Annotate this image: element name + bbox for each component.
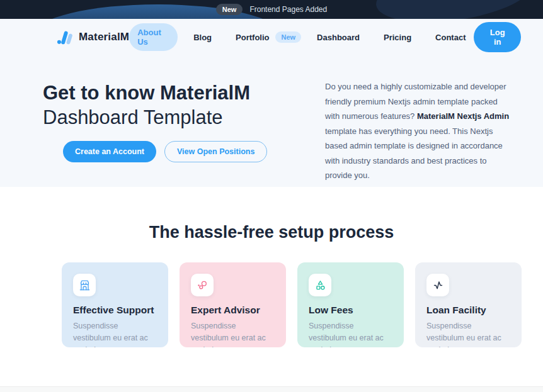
nav-item-blog[interactable]: Blog [185,28,220,47]
landing-page: New Frontend Pages Added MaterialM About… [0,0,543,392]
hero-buttons: Create an Account View Open Positions [63,141,267,162]
hero-title-line2: Dashboard Template [43,105,267,130]
banner-decor-ellipse-left [35,4,280,19]
hero-title: Get to know MaterialM Dashboard Template [43,81,267,130]
card-description: Suspendisse vestibulum eu erat ac sceler… [309,320,392,347]
nav-item-portfolio-label: Portfolio [227,28,270,47]
hero-band: MaterialM About Us Blog Portfolio New Da… [0,19,543,187]
feature-card-effective-support: Effective Support Suspendisse vestibulum… [62,262,168,347]
shapes-icon [309,274,331,296]
nav-item-pricing[interactable]: Pricing [375,28,420,47]
feature-card-expert-advisor: Expert Advisor Suspendisse vestibulum eu… [180,262,286,347]
process-section: The hassle-free setup process Effective … [0,223,543,347]
create-account-button[interactable]: Create an Account [63,141,156,162]
next-section-divider [0,386,543,392]
view-open-positions-button[interactable]: View Open Positions [164,141,267,162]
materialm-logo-icon [57,30,73,45]
card-title: Low Fees [309,305,392,316]
nav-item-dashboard[interactable]: Dashboard [309,28,368,47]
card-title: Loan Facility [426,305,510,316]
brand-logo[interactable]: MaterialM [57,30,129,45]
hero-section: Get to know MaterialM Dashboard Template… [0,55,543,183]
login-button[interactable]: Log in [474,22,521,52]
announcement-banner: New Frontend Pages Added [0,0,543,19]
banner-text: Frontend Pages Added [249,5,327,14]
hero-left: Get to know MaterialM Dashboard Template… [43,81,267,183]
new-badge: New [216,4,243,15]
navbar: MaterialM About Us Blog Portfolio New Da… [0,19,543,55]
hero-description-bold: MaterialM Nextjs Admin [417,111,509,121]
nav-item-contact[interactable]: Contact [427,28,474,47]
nav-item-about-us[interactable]: About Us [129,23,178,51]
nav-item-portfolio[interactable]: Portfolio New [227,28,301,47]
storefront-icon [73,274,96,296]
bubbles-icon [191,274,214,296]
feature-cards: Effective Support Suspendisse vestibulum… [0,262,543,347]
card-description: Suspendisse vestibulum eu erat ac sceler… [191,320,275,347]
process-section-title: The hassle-free setup process [0,223,543,242]
feature-card-loan-facility: Loan Facility Suspendisse vestibulum eu … [415,262,522,347]
card-description: Suspendisse vestibulum eu erat ac sceler… [426,320,510,347]
feature-card-low-fees: Low Fees Suspendisse vestibulum eu erat … [297,262,404,347]
brand-name: MaterialM [79,31,129,43]
card-title: Expert Advisor [191,305,275,316]
hero-description: Do you need a highly customizable and de… [325,79,510,183]
card-description: Suspendisse vestibulum eu erat ac sceler… [73,320,157,347]
card-title: Effective Support [73,305,157,316]
banner-decor-ellipse-right [373,0,536,19]
nav-menu: About Us Blog Portfolio New Dashboard Pr… [129,23,474,51]
portfolio-new-badge: New [275,31,301,43]
hero-title-line1: Get to know MaterialM [43,82,250,104]
activity-icon [426,274,449,296]
